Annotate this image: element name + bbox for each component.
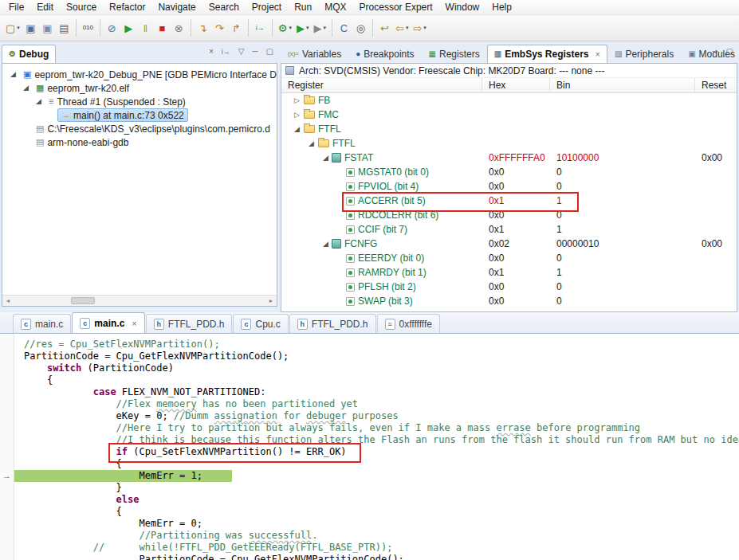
code-line-19[interactable]: PartitionCode = Cpu_GetFlexNVMPartitionC… (14, 554, 739, 560)
editor-tab-0xfffffffe[interactable]: ≡0xfffffffe (377, 314, 440, 333)
menu-source[interactable]: Source (60, 1, 103, 14)
menu-processor-expert[interactable]: Processor Expert (353, 1, 439, 14)
register-row-ftfl[interactable]: ◢FTFL (281, 122, 737, 136)
tab-registers[interactable]: ▦Registers (422, 45, 487, 63)
tree-expander-icon[interactable]: ◢ (320, 155, 332, 162)
tree-expander-icon[interactable]: ◢ (320, 241, 332, 248)
code-line-3[interactable]: switch (PartitionCode) (14, 362, 739, 374)
code-line-1[interactable]: //res = Cpu_SetFlexNVMPartition(); (14, 339, 739, 350)
tree-expander-icon[interactable]: ▷ (291, 97, 303, 104)
remove-all-terminated-button[interactable]: × (208, 47, 214, 57)
code-line-2[interactable]: PartitionCode = Cpu_GetFlexNVMPartitionC… (14, 350, 739, 362)
minimize-button[interactable]: ─ (251, 47, 258, 57)
run-button[interactable]: ▶▾ (294, 18, 312, 37)
back-button[interactable]: ⇦▾ (393, 18, 411, 37)
tab-breakpoints[interactable]: ●Breakpoints (348, 45, 421, 63)
code-line-8[interactable]: //Here I try to partition but always fai… (14, 422, 739, 434)
editor-tab-ftfl-pdd-h[interactable]: hFTFL_PDD.h (289, 314, 376, 333)
code-line-17[interactable]: //Partitioning was successfull. (14, 530, 739, 542)
terminate-button[interactable]: ■ (154, 18, 171, 37)
register-row-ramrdy-bit-1[interactable]: RAMRDY (bit 1)0x11 (281, 265, 737, 280)
debug-tree-row[interactable]: ▤C:\Freescale\KDS_v3\eclipse\plugins\com… (2, 122, 277, 135)
tree-expander-icon[interactable]: ◢ (20, 84, 32, 92)
register-row-eeerdy-bit-0[interactable]: EEERDY (bit 0)0x00 (281, 251, 737, 265)
code-line-13[interactable]: } (14, 482, 739, 494)
disconnect-button[interactable]: ⊗ (171, 18, 187, 37)
editor-tab-cpu-c[interactable]: cCpu.c (233, 314, 288, 333)
register-row-fcnfg[interactable]: ◢FCNFG0x02000000100x00 (281, 237, 737, 251)
menu-file[interactable]: File (2, 1, 30, 14)
view-menu-button[interactable]: ▽ (238, 47, 246, 57)
editor-tab-ftfl-pdd-h[interactable]: hFTFL_PDD.h (146, 314, 233, 333)
new-c-project-button[interactable]: C (336, 18, 352, 37)
scroll-right-arrow-icon[interactable]: ► (265, 298, 277, 303)
column-header-reset[interactable]: Reset (695, 78, 737, 92)
tree-expander-icon[interactable]: ▷ (291, 112, 303, 119)
debug-tree-row[interactable]: ◢≡Thread #1 (Suspended : Step) (2, 95, 277, 108)
instruction-stepping-button[interactable]: i→ (252, 18, 269, 37)
menu-search[interactable]: Search (202, 1, 246, 14)
register-row-fstat[interactable]: ◢FSTAT0xFFFFFFA0101000000x00 (281, 151, 737, 165)
tab-peripherals[interactable]: ▨Peripherals (607, 45, 681, 63)
save-button[interactable]: ▣ (22, 18, 39, 37)
menu-run[interactable]: Run (288, 1, 318, 14)
menu-help[interactable]: Help (485, 1, 518, 14)
code-line-5[interactable]: case FLEX_NVM_NOT_PARTITIONED: (14, 386, 739, 398)
debug-binary-button[interactable]: 010 (80, 18, 96, 37)
external-tools-button[interactable]: ▶▾ (312, 18, 329, 37)
tree-expander-icon[interactable]: ◢ (33, 98, 45, 105)
code-line-16[interactable]: MemErr = 0; (14, 518, 739, 530)
tree-expander-icon[interactable]: ◢ (291, 126, 303, 133)
register-row-swap-bit-3[interactable]: SWAP (bit 3)0x00 (281, 294, 737, 308)
tree-expander-icon[interactable]: ◢ (305, 140, 317, 147)
debug-tree-row[interactable]: ◢▦eeprom_twr-k20.elf (2, 81, 277, 95)
print-button[interactable]: ▤ (56, 18, 73, 37)
minimize-button[interactable]: ─ (711, 47, 718, 57)
menu-window[interactable]: Window (439, 1, 486, 14)
editor-tab-main-c[interactable]: cmain.c (13, 314, 71, 333)
suspend-button[interactable]: ‖ (137, 18, 154, 37)
new-wizard-button[interactable]: ▢▾ (3, 18, 22, 37)
scroll-left-arrow-icon[interactable]: ◄ (2, 298, 14, 303)
register-row-mgstat0-bit-0[interactable]: MGSTAT0 (bit 0)0x00 (281, 165, 737, 179)
tab-debug[interactable]: ⚙ Debug (2, 45, 56, 63)
debug-tree-row[interactable]: ▤arm-none-eabi-gdb (2, 135, 277, 149)
scrollbar-thumb[interactable] (71, 297, 95, 304)
forward-button[interactable]: ⇨▾ (411, 18, 428, 37)
register-row-fb[interactable]: ▷FB (281, 93, 737, 108)
register-row-fmc[interactable]: ▷FMC (281, 108, 737, 122)
menu-project[interactable]: Project (246, 1, 288, 14)
last-edit-location-button[interactable]: ↩ (376, 18, 393, 37)
column-header-hex[interactable]: Hex (482, 78, 550, 92)
register-row-ftfl[interactable]: ◢FTFL (281, 136, 737, 151)
menu-mqx[interactable]: MQX (318, 1, 352, 14)
register-row-ccif-bit-7[interactable]: CCIF (bit 7)0x11 (281, 222, 737, 237)
code-line-12[interactable]: MemErr = 1; (14, 470, 739, 482)
editor-ruler[interactable]: → (0, 334, 14, 560)
debug-horizontal-scrollbar[interactable]: ◄ ► (2, 295, 277, 306)
tree-expander-icon[interactable]: ◢ (7, 71, 19, 78)
register-row-pflsh-bit-2[interactable]: PFLSH (bit 2)0x00 (281, 280, 737, 294)
code-line-7[interactable]: eKey = 0; //Dumm assignation for debuger… (14, 410, 739, 422)
menu-refactor[interactable]: Refactor (103, 1, 151, 14)
search-button[interactable]: ◎ (352, 18, 369, 37)
tab-variables[interactable]: (x)=Variables (281, 45, 348, 63)
menu-edit[interactable]: Edit (30, 1, 60, 14)
step-return-button[interactable]: ↱ (228, 18, 245, 37)
instruction-stepping-mode-button[interactable]: i→ (221, 48, 231, 57)
debug-tree-row[interactable]: →main() at main.c:73 0x522 (2, 108, 277, 122)
code-line-4[interactable]: { (14, 374, 739, 386)
code-line-6[interactable]: //Flex memoery has no been partitioned y… (14, 398, 739, 410)
menu-navigate[interactable]: Navigate (151, 1, 202, 14)
editor-tab-main-c[interactable]: cmain.c× (72, 312, 144, 333)
debug-button[interactable]: ⚙▾ (276, 18, 294, 37)
code-line-14[interactable]: else (14, 494, 739, 506)
tab-embsys-registers[interactable]: ▥EmbSys Registers× (487, 45, 607, 63)
save-all-button[interactable]: ▣ (39, 18, 56, 37)
skip-all-breakpoints-button[interactable]: ⊘ (104, 18, 120, 37)
code-line-18[interactable]: // while(!FTFL_PDD_GetEEEReady(FTFL_BASE… (14, 542, 739, 554)
step-over-button[interactable]: ↷ (211, 18, 228, 37)
step-into-button[interactable]: ↴ (195, 18, 211, 37)
column-header-register[interactable]: Register (281, 78, 482, 92)
code-line-15[interactable]: { (14, 506, 739, 518)
